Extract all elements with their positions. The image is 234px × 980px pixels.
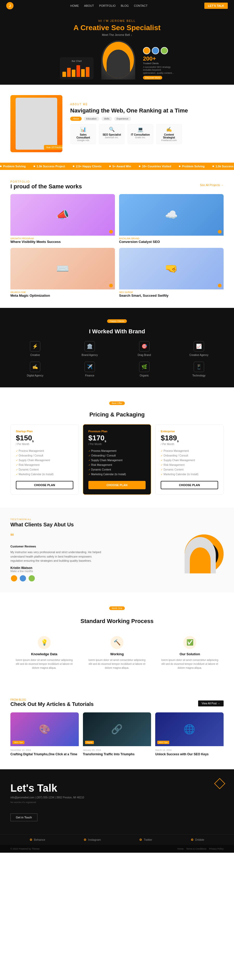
- bar-2: [67, 68, 71, 77]
- price-feature: Onboarding / Consult: [88, 453, 146, 458]
- pricing-section: Best Offer Pricing & Packaging Startup P…: [0, 387, 234, 508]
- social-item-twitter[interactable]: Twitter: [140, 838, 152, 841]
- social-item-dribble[interactable]: Dribble: [191, 838, 204, 841]
- process-tag: Work One: [10, 605, 224, 610]
- about-tab-skills[interactable]: Skills: [101, 117, 112, 121]
- reviewer-name: Kristin Watson: [10, 566, 169, 570]
- social-dot: [30, 838, 32, 841]
- article-icon-1: 🔗: [111, 724, 123, 735]
- price-feature: Supply Chain Management: [88, 458, 146, 463]
- process-card-2: ✅ Our Solution lorem ipsum dolor sit ame…: [156, 631, 224, 675]
- work-card-0[interactable]: 📣 Growth Program Where Visibility Meets …: [10, 194, 115, 244]
- person-silhouette: [107, 49, 130, 78]
- avatar-2: [152, 47, 159, 54]
- avatar-1: [143, 47, 150, 54]
- article-tag-0: SEO Tips: [13, 741, 24, 744]
- nav-link-about[interactable]: About: [84, 4, 94, 7]
- work-label-2: Search One: [10, 291, 115, 294]
- brand-icon-6: 🌿: [139, 362, 150, 372]
- navbar: J HomeAboutPortfolioBlogContact Let's Ta…: [0, 0, 234, 11]
- plan-period-1: / Per Month: [88, 443, 146, 445]
- price-card-startup-plan: Startup Plan $150s / Per Month Process M…: [10, 424, 79, 495]
- article-icon-0: 🎨: [39, 724, 51, 735]
- price-btn-0[interactable]: Choose Plan: [16, 481, 73, 489]
- brand-section: Happy Clients I Worked With Brand ⚡ Crea…: [0, 308, 234, 387]
- price-feature: Onboarding / Consult: [161, 453, 218, 458]
- ticker-dot: [179, 165, 180, 167]
- nav-link-portfolio[interactable]: Portfolio: [99, 4, 115, 7]
- articles-grid: 🎨 SEO Tips November 12, 2024 Crafting Di…: [10, 713, 224, 759]
- footer-link-home[interactable]: Home: [177, 848, 183, 850]
- work-dot-0: [109, 230, 113, 234]
- social-dot: [191, 838, 193, 841]
- work-dot-2: [109, 284, 113, 287]
- view-all-button[interactable]: View All Post →: [198, 700, 224, 706]
- testimonials-content: Testimonial What Clients Say Abut Us " C…: [10, 518, 169, 582]
- social-item-behance[interactable]: Behance: [30, 838, 45, 841]
- nav-link-blog[interactable]: Blog: [121, 4, 129, 7]
- price-btn-1[interactable]: Choose Plan: [88, 481, 146, 489]
- card-icon: 🔍: [101, 127, 122, 132]
- nav-links: HomeAboutPortfolioBlogContact: [70, 4, 147, 7]
- price-feature: Risk Management: [161, 463, 218, 468]
- article-date-1: January 03, 2024: [83, 749, 151, 751]
- nav-link-contact[interactable]: Contact: [134, 4, 147, 7]
- work-label-3: SEO Surge: [119, 291, 224, 294]
- brand-item-creative agency: 📈 Creative Agency: [174, 341, 224, 356]
- works-grid: 📣 Growth Program Where Visibility Meets …: [10, 194, 224, 298]
- hero-badge[interactable]: Discover More: [143, 76, 162, 80]
- about-card-seo-specialist: 🔍 SEO Specialist Semrush Inc.: [99, 124, 125, 144]
- article-date-0: November 12, 2024: [10, 749, 79, 751]
- brand-grid: ⚡ Creative 🏛️ Brand Agency 🎯 Drag Brand …: [10, 341, 224, 377]
- process-card-0: 💡 Knowledge Data lorem ipsum dolor sit a…: [10, 631, 78, 675]
- work-card-3[interactable]: 🤜 SEO Surge Search Smart, Succeed Swiftl…: [119, 248, 224, 298]
- cta-section: Let's Talk info@jeromebel.com | (307) 55…: [0, 769, 234, 834]
- about-tab-about[interactable]: About: [70, 117, 82, 121]
- pricing-tag: Best Offer: [10, 400, 224, 405]
- brand-label-6: Organic: [140, 374, 149, 377]
- work-dot-1: [218, 230, 221, 234]
- process-text-2: lorem ipsum dolor sit amet consectetur a…: [161, 658, 218, 670]
- footer-link-terms-&-conditions[interactable]: Terms & Conditions: [186, 848, 207, 850]
- social-label: Instagram: [88, 838, 101, 841]
- about-tab-experience[interactable]: Experience: [114, 117, 131, 121]
- quote-icon: ": [10, 532, 169, 543]
- brand-label-1: Brand Agency: [82, 353, 98, 356]
- nav-cta-button[interactable]: Let's Talk: [204, 3, 228, 9]
- card-title: Content Strategist: [159, 133, 180, 139]
- work-card-2[interactable]: ⌨️ Search One Meta Magic Optimization: [10, 248, 115, 298]
- price-btn-2[interactable]: Choose Plan: [161, 481, 218, 489]
- process-icon-2: ✅: [183, 636, 196, 649]
- brand-label-7: Technology: [193, 374, 206, 377]
- hero-section: Hi I'm Jerome Bell A Creative Seo Specia…: [0, 11, 234, 85]
- plan-name-1: Premium Plan: [88, 430, 146, 433]
- ticker-bar: Problem Solving1.5k Success Project2.5+ …: [0, 163, 234, 170]
- price-feature: Dynamic Content: [161, 468, 218, 472]
- article-card-1[interactable]: 🔗 Digital January 03, 2024 Transforming …: [83, 713, 151, 759]
- nav-logo: J: [6, 2, 14, 10]
- works-tag: Portfolio: [10, 180, 82, 183]
- works-title-area: Portfolio I proud of the Same works: [10, 180, 82, 190]
- article-tag-1: Digital: [85, 741, 94, 744]
- plan-price-0: $150s: [16, 434, 73, 443]
- cta-button[interactable]: Get in Touch: [10, 813, 37, 821]
- work-label-0: Growth Program: [10, 237, 115, 240]
- bar-6: [86, 67, 89, 77]
- article-icon-2: 🌐: [183, 724, 195, 735]
- footer-link-privacy-policy[interactable]: Privacy Policy: [209, 848, 224, 850]
- reviewer-avatar-2: [19, 575, 27, 582]
- article-card-2[interactable]: 🌐 SEO Tips March 14, 2024 Unlock Success…: [155, 713, 224, 759]
- work-card-1[interactable]: ☁️ Backlink Brand Conversion Catalyst SE…: [119, 194, 224, 244]
- article-card-0[interactable]: 🎨 SEO Tips November 12, 2024 Crafting Di…: [10, 713, 79, 759]
- nav-link-home[interactable]: Home: [70, 4, 79, 7]
- about-tab-education[interactable]: Education: [84, 117, 99, 121]
- see-all-link[interactable]: See All Projects →: [200, 183, 224, 186]
- social-item-instagram[interactable]: Instagram: [84, 838, 101, 841]
- brand-item-finance: ✈️ Finance: [65, 362, 115, 377]
- avatar-3: [161, 47, 168, 54]
- ticker-dot: [109, 165, 111, 167]
- price-feature: Process Management: [16, 449, 73, 453]
- brand-label-0: Creative: [30, 353, 40, 356]
- ticker-dot: [73, 165, 74, 167]
- process-icon-0: 💡: [38, 636, 51, 649]
